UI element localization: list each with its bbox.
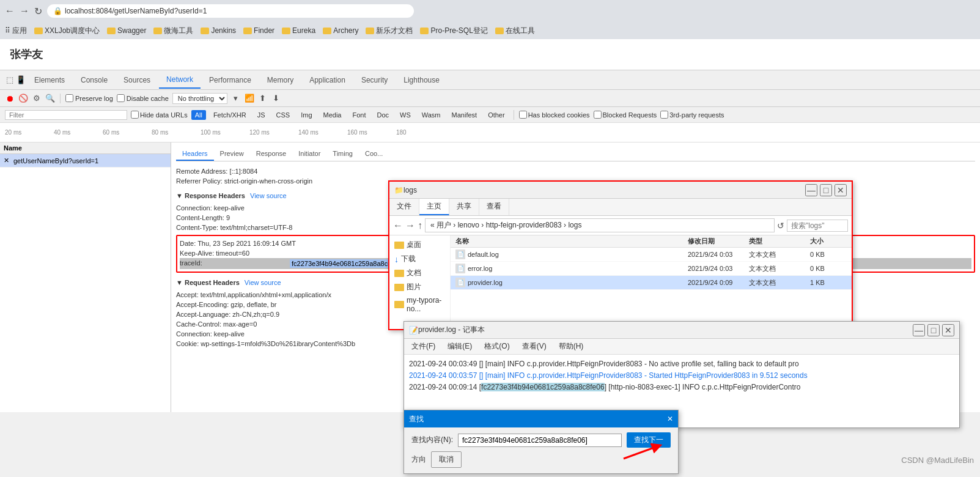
- has-blocked-label[interactable]: Has blocked cookies: [519, 111, 590, 119]
- filter-type-other[interactable]: Other: [484, 110, 509, 120]
- fe-sidebar-mytypora[interactable]: my-typora-no...: [392, 294, 448, 315]
- filter-type-wasm[interactable]: Wasm: [418, 110, 444, 120]
- filter-type-font[interactable]: Font: [348, 110, 369, 120]
- np-menu-help[interactable]: 帮助(H): [554, 340, 589, 353]
- fe-sidebar-pictures[interactable]: 图片: [392, 280, 448, 294]
- url-bar[interactable]: 🔒 localhost:8084/getUserNameById?userId=…: [47, 4, 414, 18]
- throttle-select[interactable]: No throttling: [172, 93, 227, 104]
- throttle-dropdown-icon[interactable]: ▾: [231, 94, 241, 103]
- request-item[interactable]: ✕ getUserNameById?userId=1: [0, 154, 171, 168]
- devtools-device-icon[interactable]: 📱: [16, 75, 26, 85]
- close-button[interactable]: ✕: [834, 184, 847, 196]
- detail-tab-headers[interactable]: Headers: [176, 147, 214, 161]
- filter-icon[interactable]: ⚙: [32, 94, 42, 103]
- bookmark-online-tools[interactable]: 在线工具: [495, 26, 535, 36]
- fd-search-input[interactable]: [458, 434, 622, 447]
- reload-button[interactable]: ↻: [34, 6, 42, 17]
- fe-refresh-btn[interactable]: ↺: [777, 221, 784, 231]
- tab-network[interactable]: Network: [159, 72, 201, 89]
- np-close-btn[interactable]: ✕: [942, 324, 954, 336]
- fe-tab-file[interactable]: 文件: [389, 199, 419, 215]
- np-menu-view[interactable]: 查看(V): [517, 340, 551, 353]
- fe-up-btn[interactable]: ↑: [418, 220, 422, 231]
- tab-elements[interactable]: Elements: [27, 72, 72, 88]
- bookmark-jenkins[interactable]: Jenkins: [201, 26, 236, 35]
- bookmark-weihai[interactable]: 微海工具: [153, 26, 193, 36]
- file-row-default[interactable]: 📄 default.log 2021/9/24 0:03 文本文档 0 KB: [451, 248, 852, 262]
- bookmark-eureka[interactable]: Eureka: [282, 26, 315, 35]
- bookmark-finder[interactable]: Finder: [243, 26, 274, 35]
- bookmark-xinlecai[interactable]: 新乐才文档: [366, 26, 413, 36]
- filter-input[interactable]: [5, 110, 127, 120]
- tab-sources[interactable]: Sources: [116, 72, 158, 88]
- fe-sidebar-desktop[interactable]: 桌面: [392, 238, 448, 252]
- filter-type-doc[interactable]: Doc: [373, 110, 392, 120]
- filter-type-all[interactable]: All: [191, 110, 206, 120]
- bookmark-archery[interactable]: Archery: [323, 26, 358, 35]
- fd-cancel-btn[interactable]: 取消: [431, 451, 462, 468]
- hide-data-urls-checkbox[interactable]: [131, 111, 139, 119]
- filter-type-ws[interactable]: WS: [396, 110, 414, 120]
- preserve-log-label[interactable]: Preserve log: [65, 94, 113, 102]
- blocked-requests-checkbox[interactable]: [594, 111, 602, 119]
- fe-back-btn[interactable]: ←: [393, 220, 403, 231]
- detail-tab-response[interactable]: Response: [250, 147, 293, 161]
- disable-cache-checkbox[interactable]: [117, 94, 125, 102]
- clear-icon[interactable]: 🚫: [18, 94, 28, 103]
- third-party-label[interactable]: 3rd-party requests: [660, 111, 724, 119]
- maximize-button[interactable]: □: [820, 184, 832, 196]
- search-icon[interactable]: 🔍: [45, 94, 55, 103]
- preserve-log-checkbox[interactable]: [65, 94, 73, 102]
- tab-memory[interactable]: Memory: [260, 72, 301, 88]
- bookmark-xxljob[interactable]: XXLJob调度中心: [34, 26, 100, 36]
- tab-application[interactable]: Application: [302, 72, 353, 88]
- filter-type-manifest[interactable]: Manifest: [448, 110, 481, 120]
- file-row-provider[interactable]: 📄 provider.log 2021/9/24 0:09 文本文档 1 KB: [451, 276, 852, 290]
- fe-search-input[interactable]: [787, 220, 848, 232]
- file-row-error[interactable]: 📄 error.log 2021/9/24 0:03 文本文档 0 KB: [451, 262, 852, 276]
- fe-forward-btn[interactable]: →: [405, 220, 415, 231]
- has-blocked-checkbox[interactable]: [519, 111, 527, 119]
- np-menu-format[interactable]: 格式(O): [479, 340, 514, 353]
- blocked-requests-label[interactable]: Blocked Requests: [594, 111, 657, 119]
- forward-button[interactable]: →: [20, 6, 29, 17]
- bookmark-swagger[interactable]: Swagger: [107, 26, 146, 35]
- tab-lighthouse[interactable]: Lighthouse: [396, 72, 447, 88]
- tab-performance[interactable]: Performance: [202, 72, 259, 88]
- filter-type-img[interactable]: Img: [297, 110, 315, 120]
- detail-tab-timing[interactable]: Timing: [326, 147, 359, 161]
- fe-sidebar-documents[interactable]: 文档: [392, 266, 448, 280]
- devtools-inspect-icon[interactable]: ⬚: [5, 75, 15, 85]
- fe-tab-view[interactable]: 查看: [479, 199, 509, 215]
- np-menu-edit[interactable]: 编辑(E): [443, 340, 477, 353]
- fd-close-btn[interactable]: ✕: [667, 415, 673, 423]
- tab-console[interactable]: Console: [73, 72, 115, 88]
- bookmark-propresql[interactable]: Pro-Pre-SQL登记: [420, 26, 487, 36]
- fe-breadcrumb[interactable]: « 用户 › lenovo › http-feign-provider8083 …: [425, 218, 775, 232]
- filter-type-media[interactable]: Media: [320, 110, 345, 120]
- filter-type-fetch[interactable]: Fetch/XHR: [210, 110, 250, 120]
- wifi-icon[interactable]: 📶: [245, 94, 254, 103]
- upload-icon[interactable]: ⬆: [258, 94, 268, 103]
- detail-tab-cookies[interactable]: Coo...: [359, 147, 389, 161]
- filter-type-css[interactable]: CSS: [273, 110, 294, 120]
- record-icon[interactable]: ⏺: [5, 94, 15, 103]
- detail-tab-preview[interactable]: Preview: [214, 147, 250, 161]
- hide-data-urls-label[interactable]: Hide data URLs: [131, 111, 188, 119]
- np-menu-file[interactable]: 文件(F): [407, 340, 440, 353]
- fe-tab-share[interactable]: 共享: [449, 199, 479, 215]
- np-minimize-btn[interactable]: —: [913, 324, 925, 336]
- np-maximize-btn[interactable]: □: [927, 324, 940, 336]
- back-button[interactable]: ←: [5, 6, 15, 17]
- bookmark-apps[interactable]: ⠿ 应用: [5, 26, 27, 36]
- tab-security[interactable]: Security: [354, 72, 395, 88]
- minimize-button[interactable]: —: [805, 184, 817, 196]
- fe-tab-home[interactable]: 主页: [419, 199, 449, 215]
- disable-cache-label[interactable]: Disable cache: [117, 94, 169, 102]
- filter-type-js[interactable]: JS: [254, 110, 269, 120]
- fe-sidebar-downloads[interactable]: ↓ 下载: [392, 252, 448, 266]
- view-source-link[interactable]: View source: [250, 192, 287, 202]
- req-view-source-link[interactable]: View source: [245, 279, 281, 289]
- third-party-checkbox[interactable]: [660, 111, 668, 119]
- detail-tab-initiator[interactable]: Initiator: [292, 147, 326, 161]
